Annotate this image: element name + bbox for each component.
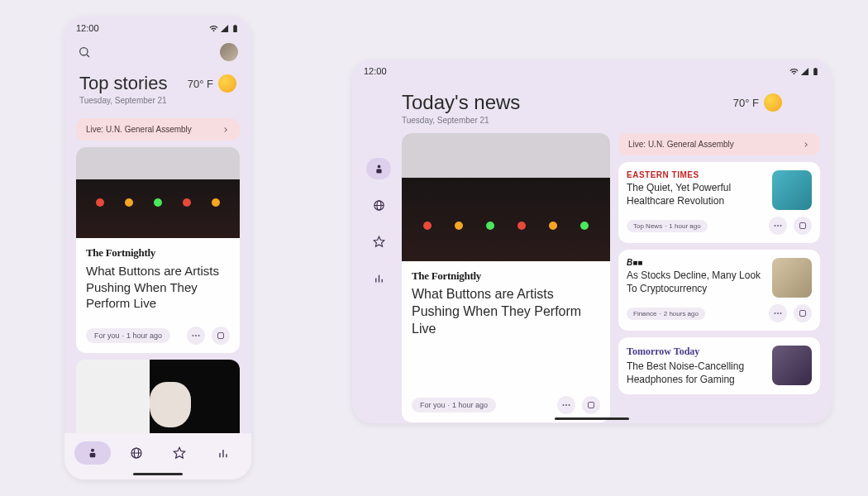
sun-icon [764, 93, 782, 112]
svg-point-0 [80, 48, 88, 55]
nav-explore[interactable] [118, 441, 155, 465]
phone-frame: 12:00 Top stories 70° F Tuesday, Septemb… [64, 17, 251, 479]
nav-home[interactable] [74, 441, 111, 465]
nav-stats[interactable] [366, 267, 391, 289]
svg-rect-16 [376, 169, 381, 173]
page-header: Today's news 70° F Tuesday, September 21 [352, 83, 832, 133]
svg-point-2 [193, 335, 194, 336]
more-icon[interactable] [557, 396, 575, 414]
svg-rect-5 [218, 332, 224, 338]
side-article-card[interactable]: B■■ As Stocks Decline, Many Look To Cryp… [618, 250, 820, 331]
article-title: The Quiet, Yet Powerful Healthcare Revol… [627, 182, 765, 207]
svg-point-28 [775, 225, 776, 227]
svg-rect-7 [90, 453, 96, 457]
svg-point-34 [780, 312, 782, 314]
live-text: Live: U.N. General Assembly [86, 125, 192, 134]
article-source: Tomorrow Today [627, 346, 765, 358]
nav-stats[interactable] [205, 441, 241, 465]
chevron-right-icon [222, 126, 230, 134]
svg-point-29 [777, 225, 779, 227]
article-source: B■■ [627, 258, 765, 267]
weather-temp: 70° F [188, 78, 213, 90]
svg-point-4 [198, 335, 200, 336]
nav-explore[interactable] [366, 194, 391, 216]
side-article-card[interactable]: Tomorrow Today The Best Noise-Cancelling… [618, 337, 820, 394]
nav-favorites[interactable] [161, 441, 198, 465]
article-tag[interactable]: Finance·2 hours ago [627, 308, 705, 320]
search-icon[interactable] [78, 45, 91, 59]
svg-marker-20 [374, 236, 384, 246]
feature-article-card[interactable]: The Fortnightly What Buttons are Artists… [402, 133, 610, 422]
signal-icon [220, 24, 229, 33]
page-title: Today's news [402, 91, 520, 114]
article-thumb [772, 258, 812, 298]
chevron-right-icon [802, 141, 810, 149]
svg-point-30 [780, 225, 782, 227]
live-text: Live: U.N. General Assembly [628, 140, 734, 149]
weather-widget[interactable]: 70° F [188, 74, 236, 93]
svg-marker-11 [174, 447, 185, 458]
page-header: Top stories 70° F Tuesday, September 21 [64, 68, 251, 113]
status-time: 12:00 [76, 23, 99, 33]
live-banner[interactable]: Live: U.N. General Assembly [76, 118, 240, 141]
article-source: The Fortnightly [412, 269, 600, 283]
svg-rect-35 [800, 311, 806, 317]
article-tag[interactable]: For you · 1 hour ago [412, 398, 496, 413]
svg-rect-31 [800, 223, 806, 229]
article-thumb [772, 346, 812, 385]
home-indicator[interactable] [133, 473, 183, 475]
svg-point-3 [195, 335, 197, 336]
tablet-frame: 12:00 Today's news 70° F Tuesday, Septem… [352, 60, 832, 423]
share-icon[interactable] [212, 327, 230, 345]
status-bar: 12:00 [64, 17, 251, 40]
article-tag[interactable]: For you · 1 hour ago [86, 328, 170, 343]
share-icon[interactable] [582, 396, 600, 414]
side-column: Live: U.N. General Assembly EASTERN TIME… [618, 133, 820, 422]
article-image [402, 133, 610, 261]
svg-point-33 [777, 312, 779, 314]
signal-icon [800, 67, 809, 76]
live-banner[interactable]: Live: U.N. General Assembly [618, 133, 820, 155]
svg-point-26 [569, 404, 570, 406]
status-bar: 12:00 [352, 60, 832, 83]
battery-icon [811, 67, 820, 76]
page-title: Top stories [79, 73, 167, 94]
svg-point-25 [565, 404, 567, 406]
article-title: What Buttons are Artists Pushing When Th… [412, 286, 600, 337]
article-title: As Stocks Decline, Many Look To Cryptocu… [627, 269, 765, 295]
share-icon[interactable] [794, 217, 812, 235]
home-indicator[interactable] [555, 417, 629, 420]
more-icon[interactable] [187, 327, 205, 345]
article-title: What Buttons are Artists Pushing When Th… [86, 263, 230, 312]
article-source: The Fortnightly [86, 246, 230, 260]
share-icon[interactable] [794, 304, 812, 322]
status-icons [209, 24, 240, 33]
side-article-card[interactable]: EASTERN TIMES The Quiet, Yet Powerful He… [618, 162, 820, 243]
weather-temp: 70° F [733, 97, 759, 109]
article-source: EASTERN TIMES [627, 170, 765, 179]
svg-point-24 [563, 404, 565, 406]
svg-point-15 [377, 165, 380, 168]
svg-point-6 [91, 449, 94, 452]
article-image [76, 147, 240, 238]
battery-icon [231, 24, 240, 33]
search-row [64, 40, 251, 68]
wifi-icon [789, 67, 799, 76]
svg-rect-27 [589, 403, 594, 408]
more-icon[interactable] [769, 217, 787, 235]
nav-home[interactable] [366, 158, 391, 179]
svg-line-1 [87, 55, 89, 57]
article-thumb [772, 170, 812, 210]
nav-rail [364, 133, 393, 422]
weather-widget[interactable]: 70° F [733, 93, 782, 112]
header-date: Tuesday, September 21 [402, 116, 782, 125]
status-icons [789, 67, 820, 76]
article-tag[interactable]: Top News·1 hour ago [627, 220, 708, 232]
avatar[interactable] [220, 43, 238, 61]
article-card[interactable]: The Fortnightly What Buttons are Artists… [76, 147, 240, 353]
status-time: 12:00 [364, 66, 387, 76]
more-icon[interactable] [769, 304, 787, 322]
svg-point-32 [775, 312, 776, 314]
nav-favorites[interactable] [366, 231, 391, 252]
sun-icon [218, 74, 236, 93]
